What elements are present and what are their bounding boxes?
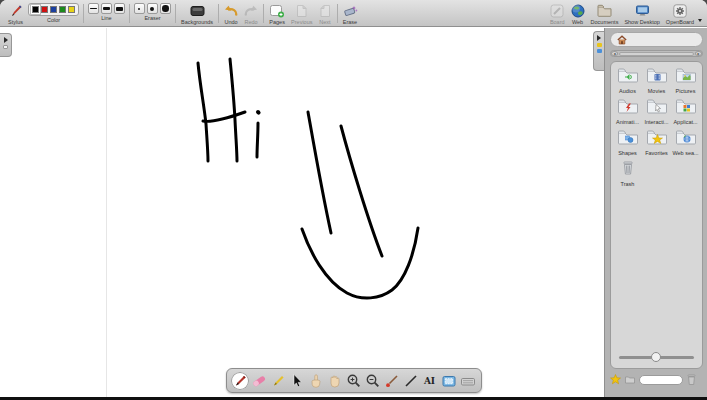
top-toolbar: Stylus Color Line bbox=[0, 0, 707, 27]
eraser-icon bbox=[251, 373, 267, 389]
library-item-label: Interacti... bbox=[644, 119, 668, 125]
scroll-right-button[interactable]: ▸ bbox=[695, 51, 702, 56]
next-page-button[interactable]: Next bbox=[316, 1, 335, 26]
text-tool[interactable]: AI bbox=[421, 372, 439, 390]
collapse-right-arrow-icon bbox=[597, 35, 601, 41]
stylus-pen-icon bbox=[8, 3, 22, 18]
pen-icon bbox=[232, 373, 248, 389]
favorites-star-icon[interactable] bbox=[610, 374, 621, 385]
library-item-pictures[interactable]: Pictures bbox=[671, 67, 700, 94]
documents-mode-button[interactable]: Documents bbox=[588, 1, 622, 26]
library-item-applications[interactable]: Applicat... bbox=[671, 98, 700, 125]
pen-tool[interactable] bbox=[231, 372, 249, 390]
library-item-trash[interactable]: Trash bbox=[613, 160, 642, 187]
eraser-small-button[interactable] bbox=[134, 3, 145, 14]
stylus-tool-button[interactable]: Stylus bbox=[5, 1, 26, 26]
web-search-folder-icon bbox=[675, 129, 697, 149]
redo-button[interactable]: Redo bbox=[241, 1, 261, 26]
library-item-label: Audios bbox=[619, 88, 636, 94]
line-tool[interactable] bbox=[402, 372, 420, 390]
erase-all-icon bbox=[343, 3, 358, 18]
library-item-favorites[interactable]: Favorites bbox=[642, 129, 671, 156]
zoom-out-tool[interactable] bbox=[364, 372, 382, 390]
color-swatch-black[interactable] bbox=[32, 6, 39, 13]
board-label: Board bbox=[550, 19, 565, 25]
library-item-shapes[interactable]: Shapes bbox=[613, 129, 642, 156]
library-sidebar: ◂ ▸ Audios Movies Pictures bbox=[604, 28, 707, 397]
board-mode-icon bbox=[550, 3, 564, 18]
text-tool-glyph: AI bbox=[424, 376, 435, 386]
backgrounds-button[interactable]: Backgrounds bbox=[178, 1, 216, 26]
library-zoom-slider[interactable] bbox=[619, 352, 694, 362]
zoom-in-tool[interactable] bbox=[345, 372, 363, 390]
favorites-folder-icon bbox=[646, 129, 668, 149]
library-item-audios[interactable]: Audios bbox=[613, 67, 642, 94]
highlighter-tool[interactable] bbox=[269, 372, 287, 390]
erase-button[interactable]: Erase bbox=[340, 1, 361, 26]
color-swatch-blue[interactable] bbox=[50, 6, 57, 13]
eraser-large-button[interactable] bbox=[160, 3, 171, 14]
openboard-menu-button[interactable]: OpenBoard bbox=[663, 1, 697, 26]
eraser-size-group: Eraser bbox=[132, 1, 173, 26]
virtual-keyboard-tool[interactable] bbox=[459, 372, 477, 390]
openboard-label: OpenBoard bbox=[666, 19, 694, 25]
slider-thumb[interactable] bbox=[651, 352, 661, 362]
web-mode-button[interactable]: Web bbox=[568, 1, 588, 26]
library-drawer-tab[interactable] bbox=[593, 31, 604, 71]
line-icon bbox=[403, 373, 419, 389]
library-bottom-bar bbox=[610, 374, 703, 385]
stroke-i-stem bbox=[257, 123, 258, 157]
capture-tool[interactable] bbox=[440, 372, 458, 390]
library-item-label: Pictures bbox=[676, 88, 696, 94]
line-width-thick-button[interactable] bbox=[114, 3, 125, 14]
color-swatch-box bbox=[28, 3, 79, 16]
color-swatch-green[interactable] bbox=[59, 6, 66, 13]
show-desktop-monitor-icon bbox=[635, 3, 650, 18]
laser-pointer-tool[interactable] bbox=[383, 372, 401, 390]
color-swatch-red[interactable] bbox=[41, 6, 48, 13]
line-width-medium-button[interactable] bbox=[101, 3, 112, 14]
scrollbar-thumb[interactable] bbox=[619, 52, 694, 56]
library-item-label: Animati... bbox=[616, 119, 639, 125]
show-desktop-button[interactable]: Show Desktop bbox=[621, 1, 662, 26]
line-width-thin-button[interactable] bbox=[88, 3, 99, 14]
delete-trash-icon[interactable] bbox=[687, 374, 696, 385]
library-item-label: Movies bbox=[648, 88, 665, 94]
pan-hand-tool[interactable] bbox=[326, 372, 344, 390]
play-interact-tool[interactable] bbox=[307, 372, 325, 390]
color-swatch-yellow[interactable] bbox=[68, 6, 75, 13]
library-item-movies[interactable]: Movies bbox=[642, 67, 671, 94]
previous-page-button[interactable]: Previous bbox=[288, 1, 315, 26]
page-thumbnail-icon bbox=[3, 45, 8, 49]
eraser-tool[interactable] bbox=[250, 372, 268, 390]
toolbar-separator bbox=[129, 4, 130, 23]
new-folder-icon[interactable] bbox=[625, 375, 635, 384]
library-item-label: Applicat... bbox=[673, 119, 697, 125]
toolbar-separator bbox=[337, 4, 338, 23]
pages-button[interactable]: Pages bbox=[266, 1, 288, 26]
library-item-label: Trash bbox=[621, 181, 635, 187]
board-canvas[interactable] bbox=[0, 28, 604, 397]
library-items-panel: Audios Movies Pictures Animati... Intera bbox=[610, 61, 703, 369]
library-search-input[interactable] bbox=[639, 375, 683, 385]
left-drawer-tab[interactable] bbox=[0, 33, 12, 57]
zoom-in-icon bbox=[346, 373, 362, 389]
trash-icon bbox=[617, 160, 639, 180]
stylus-label: Stylus bbox=[8, 19, 23, 25]
redo-icon bbox=[244, 3, 258, 18]
pictures-folder-icon bbox=[675, 67, 697, 87]
library-breadcrumb[interactable] bbox=[610, 32, 703, 47]
applications-folder-icon bbox=[675, 98, 697, 118]
library-item-interactivities[interactable]: Interacti... bbox=[642, 98, 671, 125]
scroll-left-button[interactable]: ◂ bbox=[611, 51, 618, 56]
library-item-web-search[interactable]: Web sea... bbox=[671, 129, 700, 156]
library-horizontal-scrollbar[interactable]: ◂ ▸ bbox=[610, 50, 703, 57]
selector-tool[interactable] bbox=[288, 372, 306, 390]
eraser-medium-button[interactable] bbox=[147, 3, 158, 14]
library-item-animations[interactable]: Animati... bbox=[613, 98, 642, 125]
toolbar-overflow-caret[interactable] bbox=[698, 19, 702, 22]
board-mode-button[interactable]: Board bbox=[547, 1, 568, 26]
line-width-group: Line bbox=[86, 1, 127, 26]
movies-folder-icon bbox=[646, 67, 668, 87]
undo-button[interactable]: Undo bbox=[221, 1, 241, 26]
